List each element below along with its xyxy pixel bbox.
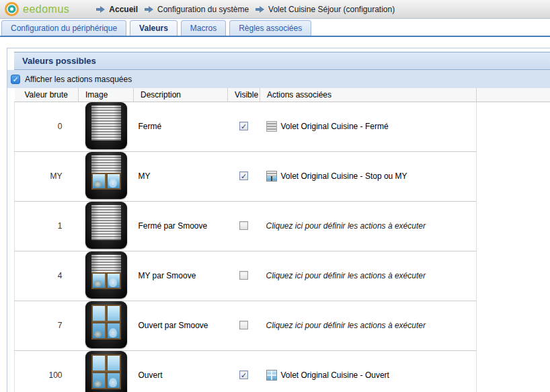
row-filler <box>477 251 550 301</box>
action-placeholder: Cliquez ici pour définir les actions à e… <box>266 221 426 231</box>
breadcrumb-arrow-icon <box>96 5 105 13</box>
tab-bar: Configuration du périphérique Valeurs Ma… <box>0 20 550 37</box>
raw-value: 100 <box>15 350 79 392</box>
breadcrumb-volet-cuisine[interactable]: Volet Cuisine Séjour (configuration) <box>268 5 395 14</box>
action-icon <box>266 121 277 132</box>
table-row: MY MY ✓ Volet Original Cuisine - Stop ou… <box>15 151 550 201</box>
show-hidden-actions-label[interactable]: Afficher les actions masquées <box>25 75 132 84</box>
tab-macros[interactable]: Macros <box>181 20 226 36</box>
action-cell-content[interactable]: Volet Original Cuisine - Stop ou MY <box>266 171 477 182</box>
action-icon <box>266 171 277 182</box>
table-row: 7 Ouvert par Smoove ✓ Cliquez ici pour d… <box>15 301 550 350</box>
tab-valeurs[interactable]: Valeurs <box>130 20 178 36</box>
shutter-image-window <box>91 155 121 194</box>
filter-row: ✓ Afficher les actions masquées <box>7 70 550 88</box>
shutter-image[interactable] <box>85 301 127 348</box>
tab-regles-associees[interactable]: Règles associées <box>229 20 311 36</box>
eedomus-logo[interactable]: eedomus <box>5 2 69 16</box>
table-row: 4 MY par Smoove ✓ Cliquez ici pour défin… <box>15 251 550 301</box>
col-header-visible: Visible <box>228 88 260 102</box>
shutter-image[interactable] <box>85 351 127 392</box>
action-cell-content[interactable]: Cliquez ici pour définir les actions à e… <box>266 221 477 231</box>
action-cell-content[interactable]: Volet Original Cuisine - Fermé <box>266 121 477 132</box>
values-panel: Valeurs possibles ✓ Afficher les actions… <box>7 48 550 392</box>
action-label: Volet Original Cuisine - Ouvert <box>281 370 389 380</box>
description: Fermé <box>134 102 228 151</box>
eedomus-logo-icon <box>5 2 19 16</box>
breadcrumb: Accueil Configuration du système Volet C… <box>96 5 401 14</box>
action-placeholder: Cliquez ici pour définir les actions à e… <box>266 271 426 280</box>
row-filler <box>477 151 550 201</box>
action-label: Volet Original Cuisine - Fermé <box>281 122 389 131</box>
table-row: 1 Fermé par Smoove ✓ Cliquez ici pour dé… <box>15 201 550 251</box>
breadcrumb-arrow-icon <box>256 5 264 13</box>
shutter-image[interactable] <box>85 251 127 299</box>
table-row: 0 Fermé ✓ Volet Original Cuisine - Fermé <box>15 102 550 151</box>
breadcrumb-configuration-systeme[interactable]: Configuration du système <box>157 5 249 14</box>
description: MY par Smoove <box>134 251 228 301</box>
values-table-body: 0 Fermé ✓ Volet Original Cuisine - Fermé <box>15 102 550 392</box>
shutter-image-window <box>91 255 121 294</box>
visible-checkbox[interactable]: ✓ <box>239 370 248 379</box>
description: MY <box>134 151 228 201</box>
shutter-image[interactable] <box>85 152 127 199</box>
action-icon <box>266 370 277 381</box>
col-header-valeur-brute: Valeur brute <box>15 88 79 102</box>
raw-value: 0 <box>15 102 79 151</box>
visible-checkbox[interactable]: ✓ <box>239 122 248 130</box>
action-cell-content[interactable]: Cliquez ici pour définir les actions à e… <box>266 271 477 280</box>
action-cell-content[interactable]: Volet Original Cuisine - Ouvert <box>266 370 477 381</box>
visible-checkbox[interactable]: ✓ <box>239 171 248 180</box>
visible-checkbox[interactable]: ✓ <box>239 321 248 329</box>
raw-value: 4 <box>15 251 79 301</box>
row-filler <box>477 350 550 392</box>
col-header-description: Description <box>134 88 228 102</box>
shutter-image-window <box>91 205 121 244</box>
shutter-image-window <box>91 106 121 145</box>
breadcrumb-accueil[interactable]: Accueil <box>109 5 138 14</box>
shutter-image[interactable] <box>85 202 127 249</box>
eedomus-logo-text: eedomus <box>23 3 69 15</box>
tab-configuration-peripherique[interactable]: Configuration du périphérique <box>1 20 126 36</box>
breadcrumb-arrow-icon <box>145 5 153 13</box>
raw-value: MY <box>15 151 79 201</box>
row-filler <box>477 301 550 350</box>
action-cell-content[interactable]: Cliquez ici pour définir les actions à e… <box>266 321 477 330</box>
visible-checkbox[interactable]: ✓ <box>239 271 248 280</box>
action-label: Volet Original Cuisine - Stop ou MY <box>281 171 407 181</box>
raw-value: 7 <box>15 301 79 350</box>
app-header: eedomus Accueil Configuration du système… <box>0 0 550 19</box>
visible-checkbox[interactable]: ✓ <box>239 221 248 230</box>
shutter-image[interactable] <box>85 102 127 149</box>
panel-title: Valeurs possibles <box>14 52 550 70</box>
description: Fermé par Smoove <box>134 201 228 251</box>
raw-value: 1 <box>15 201 79 251</box>
table-row: 100 Ouvert ✓ Volet Original Cuisine - Ou… <box>15 350 550 392</box>
description: Ouvert <box>134 350 228 392</box>
col-header-actions-associees: Actions associées <box>260 88 477 102</box>
row-filler <box>477 201 550 251</box>
col-header-image: Image <box>79 88 134 102</box>
values-table-header: Valeur brute Image Description Visible A… <box>15 88 550 102</box>
shutter-image-window <box>91 305 121 344</box>
description: Ouvert par Smoove <box>134 301 228 350</box>
action-placeholder: Cliquez ici pour définir les actions à e… <box>266 321 426 330</box>
col-header-filler <box>477 88 550 102</box>
row-filler <box>477 102 550 151</box>
shutter-image-window <box>91 354 121 392</box>
show-hidden-actions-checkbox[interactable]: ✓ <box>11 75 20 84</box>
values-table: Valeur brute Image Description Visible A… <box>14 88 550 392</box>
